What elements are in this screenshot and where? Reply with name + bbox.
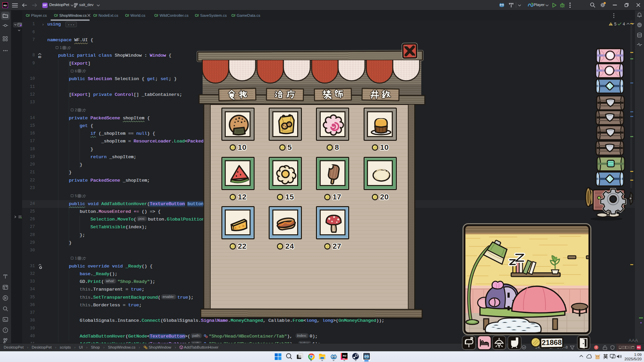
svg-text:RD: RD [343,354,346,357]
svg-text:RD: RD [3,4,7,7]
svg-text:IO: IO [38,55,41,59]
